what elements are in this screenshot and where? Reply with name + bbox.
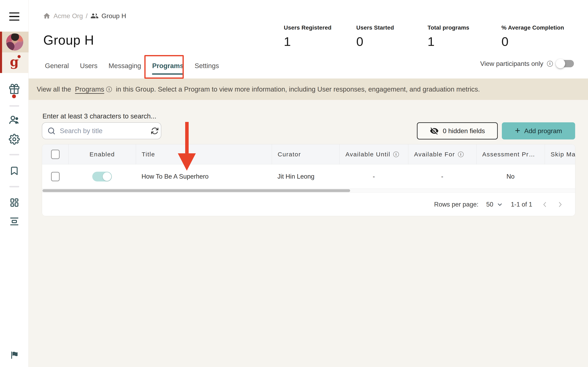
table-footer: Rows per page: 50 1-1 of 1 <box>42 192 575 216</box>
search-icon <box>47 127 56 135</box>
column-header-assessment[interactable]: Assessment Pr… <box>476 144 545 164</box>
search-box <box>42 122 161 139</box>
row-available-until-cell: - <box>339 164 408 189</box>
row-checkbox[interactable] <box>51 172 60 181</box>
column-header-enabled[interactable]: Enabled <box>68 144 136 164</box>
column-header-title[interactable]: Title <box>136 144 272 164</box>
notification-dot <box>12 94 16 98</box>
stat-average-completion: % Average Completion 0 <box>502 25 564 49</box>
align-center-icon[interactable] <box>0 216 29 227</box>
previous-page-button[interactable] <box>541 201 549 208</box>
sidebar-divider <box>9 105 19 107</box>
row-skip-cell: No <box>545 164 575 189</box>
app-window: g <box>0 0 588 367</box>
tab-messaging[interactable]: Messaging <box>109 57 141 75</box>
sidebar: g <box>0 0 29 367</box>
hidden-fields-button[interactable]: 0 hidden fields <box>417 122 498 140</box>
dashboard-grid-icon[interactable] <box>0 197 29 208</box>
stat-users-started: Users Started 0 <box>356 25 394 49</box>
annotation-arrow <box>185 122 189 154</box>
stat-label: Total programs <box>428 25 469 31</box>
row-title-cell[interactable]: How To Be A Superhero <box>136 164 272 189</box>
column-header-skip[interactable]: Skip Ma <box>545 144 575 164</box>
annotation-arrow-head <box>178 153 196 171</box>
banner-text-prefix: View all the <box>37 85 73 93</box>
add-program-button[interactable]: + Add program <box>502 122 575 140</box>
group-icon <box>90 12 99 20</box>
rows-per-page-select[interactable]: 50 <box>486 201 503 208</box>
stat-value: 0 <box>356 34 394 49</box>
tab-settings[interactable]: Settings <box>195 57 219 75</box>
info-icon[interactable]: i <box>547 61 553 67</box>
breadcrumb-separator: / <box>86 12 87 20</box>
tab-bar: General Users Messaging Programs Setting… <box>45 57 219 75</box>
view-participants-toggle[interactable] <box>557 60 574 67</box>
users-icon[interactable] <box>0 114 29 125</box>
search-hint: Enter at least 3 characters to search... <box>43 112 156 120</box>
column-header-available-until[interactable]: Available Until i <box>339 144 408 164</box>
row-checkbox-cell <box>42 164 68 189</box>
gift-icon[interactable] <box>0 83 29 95</box>
column-header-curator[interactable]: Curator <box>272 144 339 164</box>
bookmark-icon[interactable] <box>0 165 29 176</box>
stat-value: 1 <box>284 34 332 49</box>
info-icon[interactable]: i <box>393 151 399 157</box>
plus-icon: + <box>515 126 520 135</box>
info-icon[interactable]: i <box>106 86 112 92</box>
info-banner: View all the Programs i in this Group. S… <box>29 78 588 100</box>
sidebar-divider <box>9 154 19 155</box>
stat-total-programs: Total programs 1 <box>428 25 469 49</box>
enabled-toggle[interactable] <box>92 172 112 182</box>
brand-logo-g[interactable]: g <box>0 55 29 69</box>
column-header-available-for[interactable]: Available For i <box>408 144 476 164</box>
view-participants-control: View participants only i <box>480 57 574 70</box>
view-participants-label: View participants only <box>480 60 543 67</box>
gear-icon[interactable] <box>0 133 29 145</box>
info-icon[interactable]: i <box>458 151 464 157</box>
row-assessment-cell: No <box>476 164 545 189</box>
annotation-highlight-rect <box>144 55 184 79</box>
tab-general[interactable]: General <box>45 57 69 75</box>
programs-table: Enabled Title Curator Available Until i … <box>42 144 575 216</box>
user-avatar[interactable] <box>6 33 23 50</box>
scrollbar-thumb[interactable] <box>43 189 350 192</box>
banner-text-suffix: in this Group. Select a Program to view … <box>114 85 480 93</box>
stat-label: Users Registered <box>284 25 332 31</box>
breadcrumb-current: Group H <box>102 12 126 20</box>
rows-per-page-label: Rows per page: <box>434 201 478 208</box>
add-program-label: Add program <box>524 127 562 135</box>
hidden-fields-label: 0 hidden fields <box>443 127 485 135</box>
stat-label: % Average Completion <box>502 25 564 31</box>
stat-value: 1 <box>428 34 469 49</box>
pagination-range: 1-1 of 1 <box>511 201 532 208</box>
search-input[interactable] <box>60 127 147 135</box>
tab-users[interactable]: Users <box>80 57 97 75</box>
refresh-icon[interactable] <box>151 127 159 135</box>
home-icon[interactable] <box>43 12 51 20</box>
stat-label: Users Started <box>356 25 394 31</box>
page-title: Group H <box>43 33 94 48</box>
table-row[interactable]: How To Be A Superhero Jit Hin Leong - - … <box>42 164 575 189</box>
stat-users-registered: Users Registered 1 <box>284 25 332 49</box>
brand-logo-dot <box>17 55 21 58</box>
stat-value: 0 <box>502 34 564 49</box>
breadcrumb-org-link[interactable]: Acme Org <box>53 12 83 20</box>
banner-programs-link[interactable]: Programs <box>75 85 104 93</box>
row-curator-cell: Jit Hin Leong <box>272 164 339 189</box>
hamburger-menu-icon[interactable] <box>0 11 29 22</box>
select-all-checkbox[interactable] <box>51 150 60 159</box>
breadcrumb: Acme Org / Group H <box>43 11 126 21</box>
sidebar-divider <box>9 186 19 187</box>
horizontal-scrollbar[interactable] <box>42 189 575 192</box>
table-header-row: Enabled Title Curator Available Until i … <box>42 144 575 164</box>
chevron-down-icon <box>497 201 503 208</box>
next-page-button[interactable] <box>556 201 564 208</box>
content-background <box>29 100 588 367</box>
row-available-for-cell: - <box>408 164 476 189</box>
header-checkbox-cell <box>42 144 68 164</box>
flag-icon[interactable] <box>0 350 29 361</box>
row-enabled-cell <box>68 164 136 189</box>
eye-off-icon <box>430 126 439 135</box>
